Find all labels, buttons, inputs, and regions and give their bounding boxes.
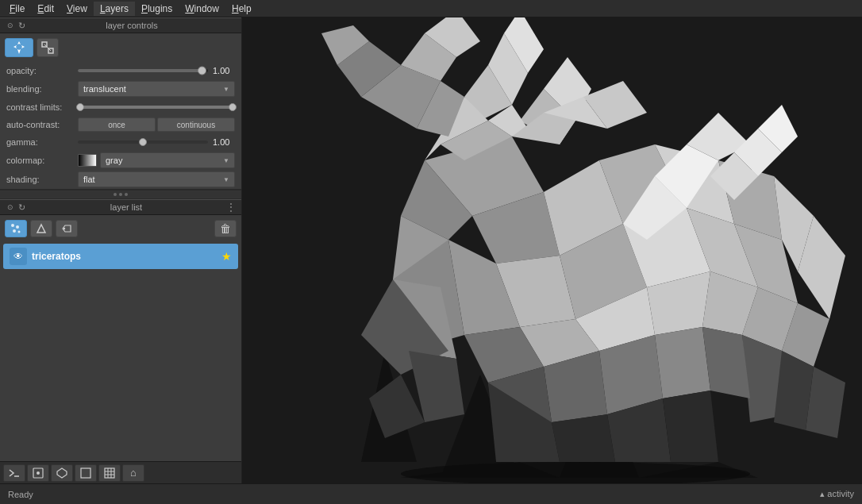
layer-visibility-toggle[interactable]: 👁 bbox=[10, 248, 27, 265]
svg-rect-14 bbox=[81, 468, 90, 478]
svg-point-5 bbox=[16, 225, 19, 229]
menu-view[interactable]: View bbox=[60, 2, 94, 16]
contrast-limits-slider[interactable] bbox=[78, 106, 235, 109]
move-tool-button[interactable] bbox=[5, 38, 33, 57]
svg-point-6 bbox=[13, 229, 16, 233]
contrast-limits-label: contrast limits: bbox=[6, 102, 78, 112]
svg-point-4 bbox=[11, 224, 14, 227]
svg-marker-0 bbox=[13, 41, 25, 54]
layer-list-icon-left[interactable]: ⊙ bbox=[5, 202, 16, 213]
home-button[interactable]: ⌂ bbox=[122, 464, 144, 482]
layer-controls-label: layer controls bbox=[27, 21, 237, 30]
blending-value: translucent bbox=[83, 84, 126, 94]
gamma-row: gamma: 1.00 bbox=[0, 133, 241, 151]
shapes-tool-button[interactable] bbox=[30, 220, 52, 237]
script-button[interactable] bbox=[27, 464, 49, 482]
layer-list-header: ⊙ ↻ layer list ⋮ bbox=[0, 199, 241, 215]
layer-list-toolbar: 🗑 bbox=[0, 215, 241, 242]
opacity-slider[interactable] bbox=[78, 69, 208, 72]
layer-controls-section: ⊙ ↻ layer controls bbox=[0, 17, 241, 190]
console-button[interactable] bbox=[3, 464, 25, 482]
labels-tool-button[interactable] bbox=[56, 220, 78, 237]
menu-edit[interactable]: Edit bbox=[31, 2, 60, 16]
statusbar: Ready ▴ activity bbox=[0, 483, 862, 504]
svg-point-12 bbox=[37, 471, 40, 475]
menu-file[interactable]: File bbox=[3, 2, 31, 16]
gamma-slider[interactable] bbox=[78, 140, 208, 144]
2d-view-button[interactable] bbox=[75, 464, 97, 482]
status-text: Ready bbox=[8, 490, 33, 499]
opacity-label: opacity: bbox=[6, 66, 78, 75]
auto-contrast-continuous-button[interactable]: continuous bbox=[157, 117, 235, 132]
svg-point-9 bbox=[63, 228, 65, 229]
left-panel: ⊙ ↻ layer controls bbox=[0, 17, 242, 483]
colormap-dropdown[interactable]: gray ▼ bbox=[100, 152, 235, 168]
shading-label: shading: bbox=[6, 175, 78, 184]
menu-help[interactable]: Help bbox=[225, 2, 258, 16]
colormap-swatch bbox=[78, 154, 97, 167]
auto-contrast-row: auto-contrast: once continuous bbox=[0, 116, 241, 133]
svg-marker-72 bbox=[655, 327, 710, 398]
blending-row: blending: translucent ▼ bbox=[0, 79, 241, 98]
svg-point-7 bbox=[18, 231, 21, 233]
colormap-row: colormap: gray ▼ bbox=[0, 151, 241, 170]
transform-tool-button[interactable] bbox=[37, 38, 59, 57]
gamma-value: 1.00 bbox=[213, 137, 235, 147]
layer-name: triceratops bbox=[32, 251, 217, 262]
colormap-label: colormap: bbox=[6, 156, 78, 165]
shading-row: shading: flat ▼ bbox=[0, 170, 241, 189]
grid-button[interactable] bbox=[98, 464, 121, 482]
viewport[interactable] bbox=[242, 17, 862, 483]
layer-controls-header: ⊙ ↻ layer controls bbox=[0, 17, 241, 33]
colormap-arrow-icon: ▼ bbox=[223, 157, 229, 164]
layer-list-section: ⊙ ↻ layer list ⋮ bbox=[0, 199, 241, 461]
opacity-row: opacity: 1.00 bbox=[0, 62, 241, 79]
layer-star-button[interactable]: ★ bbox=[221, 250, 232, 263]
svg-marker-88 bbox=[663, 391, 718, 462]
menu-layers[interactable]: Layers bbox=[94, 2, 135, 16]
svg-marker-8 bbox=[37, 225, 45, 233]
svg-marker-86 bbox=[552, 414, 615, 462]
blending-arrow-icon: ▼ bbox=[223, 86, 229, 93]
svg-rect-19 bbox=[105, 468, 114, 478]
layer-controls-icon-refresh[interactable]: ↻ bbox=[16, 20, 27, 31]
blending-label: blending: bbox=[6, 84, 78, 94]
opacity-value: 1.00 bbox=[213, 66, 235, 75]
layer-list-label: layer list bbox=[27, 202, 225, 212]
svg-line-3 bbox=[44, 44, 51, 51]
layer-controls-icon-left[interactable]: ⊙ bbox=[5, 20, 16, 31]
bottom-toolbar: ⌂ bbox=[0, 461, 241, 483]
auto-contrast-once-button[interactable]: once bbox=[78, 117, 156, 132]
colormap-value: gray bbox=[106, 156, 122, 165]
auto-contrast-label: auto-contrast: bbox=[6, 120, 78, 129]
shading-value: flat bbox=[83, 175, 95, 184]
contrast-limits-row: contrast limits: bbox=[0, 98, 241, 116]
points-tool-button[interactable] bbox=[5, 220, 27, 237]
svg-marker-13 bbox=[57, 468, 67, 478]
layer-item[interactable]: 👁 triceratops ★ bbox=[3, 244, 238, 269]
blending-dropdown[interactable]: translucent ▼ bbox=[78, 81, 235, 97]
shading-arrow-icon: ▼ bbox=[223, 176, 229, 183]
gamma-label: gamma: bbox=[6, 137, 78, 147]
3d-view-button[interactable] bbox=[51, 464, 73, 482]
menubar: File Edit View Layers Plugins Window Hel… bbox=[0, 0, 862, 17]
layer-list-more-icon[interactable]: ⋮ bbox=[225, 201, 237, 214]
activity-button[interactable]: ▴ activity bbox=[820, 489, 854, 499]
resize-handle[interactable] bbox=[0, 190, 241, 199]
layer-list-icon-refresh[interactable]: ↻ bbox=[16, 202, 27, 213]
viewport-canvas bbox=[242, 17, 862, 483]
menu-plugins[interactable]: Plugins bbox=[135, 2, 179, 16]
menu-window[interactable]: Window bbox=[179, 2, 225, 16]
shading-dropdown[interactable]: flat ▼ bbox=[78, 171, 235, 187]
delete-layer-button[interactable]: 🗑 bbox=[214, 220, 237, 237]
